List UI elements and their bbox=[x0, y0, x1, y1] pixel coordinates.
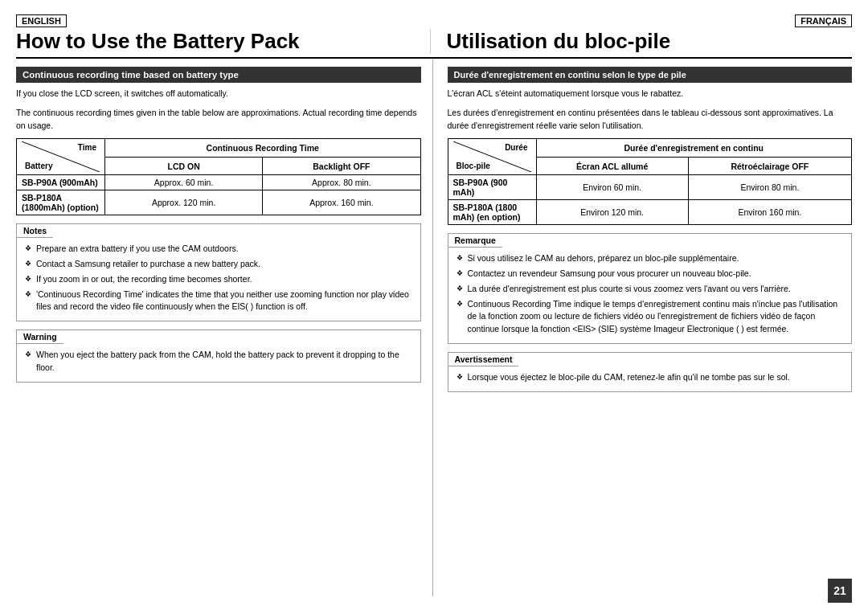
en-battery-table: Time Battery Continuous Recording Time L… bbox=[16, 138, 421, 215]
lcd-on-cell: Approx. 120 min. bbox=[105, 190, 263, 215]
french-column: Durée d'enregistrement en continu selon … bbox=[433, 59, 853, 596]
en-col2-header: Backlight OFF bbox=[263, 157, 420, 175]
ecran-acl-cell: Environ 120 min. bbox=[536, 200, 688, 225]
fr-warnings-list: Lorsque vous éjectez le bloc-pile du CAM… bbox=[457, 371, 844, 384]
retroeclairage-cell: Environ 160 min. bbox=[688, 200, 851, 225]
fr-warning-title: Avertissement bbox=[448, 353, 519, 366]
fr-intro2: Les durées d'enregistrement en continu p… bbox=[448, 107, 853, 133]
list-item: Contactez un revendeur Samsung pour vous… bbox=[457, 268, 844, 280]
en-notes-list: Prepare an extra battery if you use the … bbox=[25, 243, 412, 313]
fr-notes-title: Remarque bbox=[448, 234, 502, 248]
fr-notes-content: Si vous utilisez le CAM au dehors, prépa… bbox=[448, 248, 852, 343]
fr-battery-table: Durée Bloc-pile Durée d'enregistrement e… bbox=[448, 138, 853, 225]
fr-col-header: Durée d'enregistrement en continu bbox=[536, 139, 852, 158]
en-diag-inner: Time Battery bbox=[22, 141, 100, 172]
page: ENGLISH FRANÇAIS How to Use the Battery … bbox=[0, 0, 868, 614]
list-item: Lorsque vous éjectez le bloc-pile du CAM… bbox=[457, 371, 844, 384]
fr-warning-content: Lorsque vous éjectez le bloc-pile du CAM… bbox=[448, 366, 852, 391]
en-section1-header: Continuous recording time based on batte… bbox=[16, 67, 421, 83]
fr-col1-header: Écran ACL allumé bbox=[536, 157, 688, 175]
en-diag-top: Time bbox=[78, 143, 96, 152]
en-warning-box: Warning When you eject the battery pack … bbox=[16, 330, 421, 383]
fr-diag-th: Durée Bloc-pile bbox=[448, 139, 536, 175]
en-notes-title: Notes bbox=[17, 224, 53, 238]
fr-diag-top: Durée bbox=[505, 143, 527, 152]
en-notes-content: Prepare an extra battery if you use the … bbox=[17, 238, 420, 321]
battery-cell: SB-P90A (900mAh) bbox=[17, 175, 105, 190]
english-column: Continuous recording time based on batte… bbox=[16, 59, 433, 596]
language-labels-row: ENGLISH FRANÇAIS bbox=[16, 14, 852, 27]
fr-section1-header: Durée d'enregistrement en continu selon … bbox=[448, 67, 853, 83]
list-item: Continuous Recording Time indique le tem… bbox=[457, 298, 844, 336]
en-warnings-list: When you eject the battery pack from the… bbox=[25, 349, 412, 375]
fr-notes-box: Remarque Si vous utilisez le CAM au deho… bbox=[448, 233, 853, 344]
list-item: Si vous utilisez le CAM au dehors, prépa… bbox=[457, 252, 844, 265]
ecran-acl-cell: Environ 60 min. bbox=[536, 175, 688, 200]
lcd-on-cell: Approx. 60 min. bbox=[105, 175, 263, 190]
english-label: ENGLISH bbox=[16, 14, 67, 27]
table-row: SB-P90A (900mAh) Approx. 60 min. Approx.… bbox=[17, 175, 421, 190]
en-warning-title: Warning bbox=[17, 330, 63, 344]
bloc-pile-cell: SB-P180A (1800 mAh) (en option) bbox=[448, 200, 536, 225]
fr-notes-list: Si vous utilisez le CAM au dehors, prépa… bbox=[457, 252, 844, 336]
table-row: SB-P90A (900 mAh) Environ 60 min. Enviro… bbox=[448, 175, 852, 200]
table-row: SB-P180A (1800mAh) (option) Approx. 120 … bbox=[17, 190, 421, 215]
en-diag-th: Time Battery bbox=[17, 139, 105, 175]
list-item: Prepare an extra battery if you use the … bbox=[25, 243, 412, 256]
en-title: How to Use the Battery Pack bbox=[16, 29, 430, 54]
fr-diag-bottom: Bloc-pile bbox=[457, 162, 490, 170]
fr-col2-header: Rétroéclairage OFF bbox=[688, 157, 851, 175]
battery-cell: SB-P180A (1800mAh) (option) bbox=[17, 190, 105, 215]
en-table-wrap: Time Battery Continuous Recording Time L… bbox=[16, 138, 421, 215]
backlight-off-cell: Approx. 80 min. bbox=[263, 175, 420, 190]
retroeclairage-cell: Environ 80 min. bbox=[688, 175, 851, 200]
list-item: If you zoom in or out, the recording tim… bbox=[25, 273, 412, 286]
en-notes-box: Notes Prepare an extra battery if you us… bbox=[16, 223, 421, 321]
content-columns: Continuous recording time based on batte… bbox=[16, 59, 852, 596]
titles-row: How to Use the Battery Pack Utilisation … bbox=[16, 29, 852, 59]
backlight-off-cell: Approx. 160 min. bbox=[263, 190, 420, 215]
page-number: 21 bbox=[828, 579, 852, 603]
en-col-header: Continuous Recording Time bbox=[105, 139, 421, 158]
en-intro1: If you close the LCD screen, it switches… bbox=[16, 88, 421, 100]
fr-intro1: L'écran ACL s'éteint automatiquement lor… bbox=[448, 88, 853, 100]
fr-warning-box: Avertissement Lorsque vous éjectez le bl… bbox=[448, 352, 853, 392]
list-item: When you eject the battery pack from the… bbox=[25, 349, 412, 375]
list-item: Contact a Samsung retailer to purchase a… bbox=[25, 258, 412, 271]
en-col1-header: LCD ON bbox=[105, 157, 263, 175]
en-diag-bottom: Battery bbox=[25, 162, 52, 170]
fr-title: Utilisation du bloc-pile bbox=[430, 29, 853, 54]
en-intro2: The continuous recording times given in … bbox=[16, 107, 421, 133]
list-item: La durée d'enregistrement est plus court… bbox=[457, 283, 844, 296]
table-row: SB-P180A (1800 mAh) (en option) Environ … bbox=[448, 200, 852, 225]
fr-diag-inner: Durée Bloc-pile bbox=[453, 141, 531, 172]
fr-table-wrap: Durée Bloc-pile Durée d'enregistrement e… bbox=[448, 138, 853, 225]
francais-label: FRANÇAIS bbox=[795, 14, 852, 27]
list-item: 'Continuous Recording Time' indicates th… bbox=[25, 289, 412, 314]
en-warning-content: When you eject the battery pack from the… bbox=[17, 344, 420, 382]
bloc-pile-cell: SB-P90A (900 mAh) bbox=[448, 175, 536, 200]
